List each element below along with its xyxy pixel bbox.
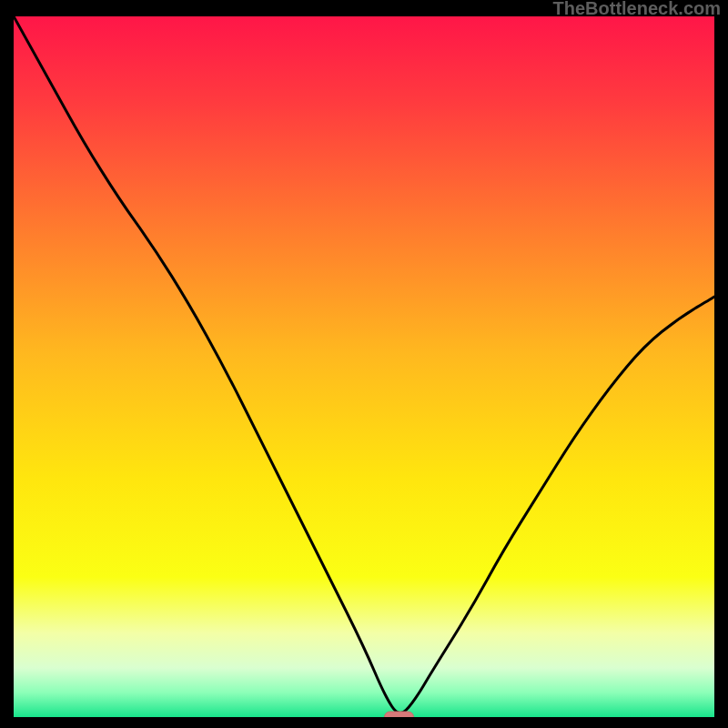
chart-frame — [14, 16, 714, 717]
bottleneck-chart — [14, 16, 714, 717]
optimal-marker — [385, 712, 414, 717]
watermark-text: TheBottleneck.com — [553, 0, 721, 19]
gradient-background — [14, 16, 714, 717]
